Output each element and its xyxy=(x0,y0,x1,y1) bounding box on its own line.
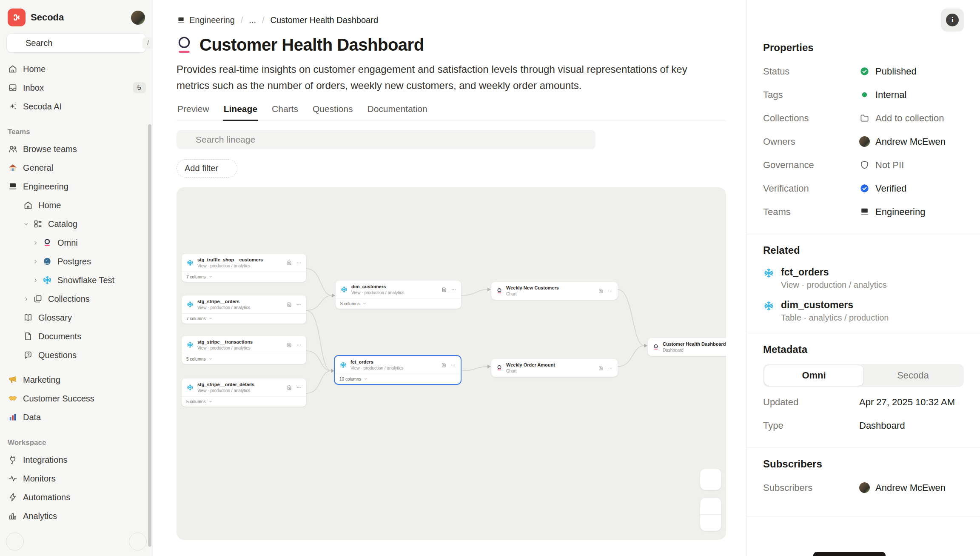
settings-wrench-button[interactable] xyxy=(129,533,147,550)
lineage-node-weekly-order-amount[interactable]: Weekly Order AmountChart xyxy=(491,359,618,377)
breadcrumb-item-customer-health-dashboard[interactable]: Customer Health Dashboard xyxy=(271,15,378,25)
sidebar-item-general[interactable]: General xyxy=(0,158,153,177)
fullscreen-icon[interactable] xyxy=(692,135,702,145)
chevron-down-icon[interactable] xyxy=(812,346,819,353)
dots-h-icon[interactable] xyxy=(607,288,613,294)
node-columns-toggle[interactable]: 7 columns xyxy=(182,313,306,324)
tab-documentation[interactable]: Documentation xyxy=(366,104,428,120)
node-columns-toggle[interactable]: 5 columns xyxy=(182,396,306,407)
lineage-node-weekly-new-customers[interactable]: Weekly New CustomersChart xyxy=(491,282,618,300)
sidebar-item-integrations[interactable]: Integrations xyxy=(0,450,153,469)
node-columns-toggle[interactable]: 5 columns xyxy=(182,354,306,364)
lineage-node-stg-stripe-order-details[interactable]: stg_stripe__order_detailsView · producti… xyxy=(182,378,306,407)
metadata-source-secoda[interactable]: Secoda xyxy=(863,365,963,386)
lineage-canvas[interactable]: stg_truffle_shop__customersView · produc… xyxy=(177,187,726,540)
sidebar-scrollbar[interactable] xyxy=(148,124,151,547)
zoom-out-button[interactable] xyxy=(700,514,721,531)
sidebar-item-automations[interactable]: Automations xyxy=(0,488,153,507)
sidebar-item-glossary[interactable]: Glossary xyxy=(0,308,153,327)
more-options-icon[interactable] xyxy=(716,15,726,25)
chevron-down-icon[interactable] xyxy=(804,247,812,254)
doc-search-icon[interactable] xyxy=(287,260,292,266)
tab-lineage[interactable]: Lineage xyxy=(223,104,258,120)
doc-search-icon[interactable] xyxy=(287,302,292,307)
bookmark-icon[interactable] xyxy=(665,15,675,25)
property-value[interactable]: Engineering xyxy=(859,206,925,218)
metadata-source-omni[interactable]: Omni xyxy=(764,365,863,386)
add-filter-button[interactable]: Add filter xyxy=(177,159,237,178)
doc-search-icon[interactable] xyxy=(598,365,604,371)
related-item-fct-orders[interactable]: fct_ordersView · production / analytics xyxy=(763,267,964,290)
lineage-node-stg-stripe-orders[interactable]: stg_stripe__ordersView · production / an… xyxy=(182,295,306,324)
node-columns-toggle[interactable]: 7 columns xyxy=(182,272,306,282)
related-item-dim-customers[interactable]: dim_customersTable · analytics / product… xyxy=(763,299,964,323)
breadcrumb-item-[interactable]: ... xyxy=(249,15,256,25)
sidebar-item-catalog[interactable]: Catalog xyxy=(0,215,153,233)
lineage-search[interactable] xyxy=(177,130,595,149)
sidebar-item-omni[interactable]: Omni xyxy=(0,233,153,252)
layout-icon[interactable] xyxy=(644,135,653,145)
sidebar-item-analytics[interactable]: Analytics xyxy=(0,507,153,525)
dots-h-icon[interactable] xyxy=(607,365,613,371)
share-icon[interactable] xyxy=(639,15,650,25)
sidebar-item-browse-teams[interactable]: Browse teams xyxy=(0,140,153,158)
dots-h-icon[interactable] xyxy=(450,362,456,368)
sidebar-item-snowflake-test[interactable]: Snowflake Test xyxy=(0,271,153,289)
lineage-node-stg-stripe-transactions[interactable]: stg_stripe__transactionsView · productio… xyxy=(182,336,306,364)
chevron-right-icon[interactable] xyxy=(23,296,29,302)
dots-h-icon[interactable] xyxy=(296,385,302,390)
lineage-node-customer-health-dashboard[interactable]: Customer Health DashboardDashboard xyxy=(648,338,726,356)
chevron-down-icon[interactable] xyxy=(818,44,825,52)
property-value[interactable]: Not PII xyxy=(859,160,904,171)
chevron-right-icon[interactable] xyxy=(32,277,39,284)
tab-preview[interactable]: Preview xyxy=(177,104,210,120)
zoom-in-button[interactable] xyxy=(700,498,721,514)
sidebar-item-questions[interactable]: ?Questions xyxy=(0,346,153,364)
property-value[interactable]: Internal xyxy=(859,89,906,100)
sidebar-item-secoda-ai[interactable]: Secoda AI xyxy=(0,97,153,116)
more-options-icon[interactable] xyxy=(716,135,726,145)
ai-actions-icon[interactable] xyxy=(921,15,932,26)
user-avatar[interactable] xyxy=(131,11,145,25)
sidebar-item-monitors[interactable]: Monitors xyxy=(0,469,153,488)
add-node-icon[interactable] xyxy=(619,135,629,145)
add-related-icon[interactable] xyxy=(954,246,964,255)
node-columns-toggle[interactable]: 10 columns xyxy=(335,374,461,384)
property-value[interactable]: Dashboard xyxy=(859,420,905,431)
property-value[interactable]: Andrew McEwen xyxy=(859,482,946,493)
tab-questions[interactable]: Questions xyxy=(312,104,354,120)
doc-search-icon[interactable] xyxy=(441,362,447,368)
sidebar-item-marketing[interactable]: Marketing xyxy=(0,370,153,389)
property-value[interactable]: Apr 27, 2025 10:32 AM xyxy=(859,397,955,408)
ai-sparkle-icon[interactable] xyxy=(714,62,725,73)
doc-search-icon[interactable] xyxy=(287,385,292,390)
sidebar-item-engineering[interactable]: Engineering xyxy=(0,177,153,196)
chevron-right-icon[interactable] xyxy=(32,258,39,265)
dots-h-icon[interactable] xyxy=(451,287,456,292)
help-button[interactable] xyxy=(6,533,24,550)
secoda-logo-icon[interactable] xyxy=(8,9,26,26)
doc-search-icon[interactable] xyxy=(442,287,447,292)
doc-search-icon[interactable] xyxy=(287,342,292,348)
open-external-icon[interactable] xyxy=(690,15,701,25)
sidebar-item-postgres[interactable]: Postgres xyxy=(0,252,153,271)
sidebar-item-inbox[interactable]: Inbox5 xyxy=(0,78,153,97)
sidebar-item-data[interactable]: Data xyxy=(0,408,153,427)
fit-view-button[interactable] xyxy=(700,469,721,490)
sidebar-item-customer-success[interactable]: Customer Success xyxy=(0,389,153,408)
dots-h-icon[interactable] xyxy=(296,342,302,348)
refresh-icon[interactable] xyxy=(668,135,678,145)
node-columns-toggle[interactable]: 8 columns xyxy=(336,298,461,309)
sidebar-item-collections[interactable]: Collections xyxy=(0,289,153,308)
lineage-node-fct-orders[interactable]: fct_ordersView · production / analytics1… xyxy=(335,356,461,384)
chevron-right-icon[interactable] xyxy=(32,240,39,246)
property-value[interactable]: Published xyxy=(859,66,917,77)
property-value[interactable]: Andrew McEwen xyxy=(859,136,946,147)
info-toggle-button[interactable]: i xyxy=(941,9,964,32)
lineage-node-stg-truffle-shop-customers[interactable]: stg_truffle_shop__customersView · produc… xyxy=(182,254,306,282)
doc-search-icon[interactable] xyxy=(598,288,604,294)
chevron-down-icon[interactable] xyxy=(69,14,77,21)
lineage-search-input[interactable] xyxy=(196,135,590,145)
add-property-icon[interactable] xyxy=(954,43,964,53)
chevron-down-icon[interactable] xyxy=(23,221,29,227)
